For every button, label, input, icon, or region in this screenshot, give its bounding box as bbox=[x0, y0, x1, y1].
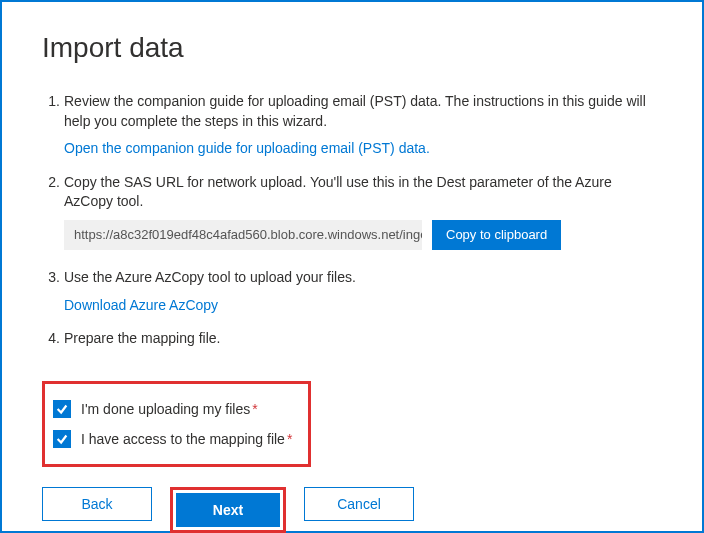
import-data-dialog: Import data 1. Review the companion guid… bbox=[0, 0, 704, 533]
step-3-desc: Use the Azure AzCopy tool to upload your… bbox=[64, 268, 662, 288]
check-icon bbox=[55, 432, 69, 446]
checkbox-row-mapping-access: I have access to the mapping file* bbox=[53, 424, 292, 454]
step-1-desc: Review the companion guide for uploading… bbox=[64, 92, 662, 131]
step-2: 2. Copy the SAS URL for network upload. … bbox=[42, 173, 662, 254]
done-uploading-checkbox[interactable] bbox=[53, 400, 71, 418]
page-title: Import data bbox=[42, 32, 662, 64]
next-button[interactable]: Next bbox=[176, 493, 280, 527]
back-button[interactable]: Back bbox=[42, 487, 152, 521]
steps-list: 1. Review the companion guide for upload… bbox=[42, 92, 662, 357]
step-1-num: 1. bbox=[42, 92, 60, 159]
step-4-num: 4. bbox=[42, 329, 60, 357]
step-2-num: 2. bbox=[42, 173, 60, 254]
done-uploading-label: I'm done uploading my files* bbox=[81, 401, 258, 417]
step-3-num: 3. bbox=[42, 268, 60, 315]
check-icon bbox=[55, 402, 69, 416]
sas-url-input[interactable]: https://a8c32f019edf48c4afad560.blob.cor… bbox=[64, 220, 422, 250]
download-azcopy-link[interactable]: Download Azure AzCopy bbox=[64, 297, 218, 313]
dialog-buttons: Back Next Cancel bbox=[42, 487, 662, 533]
checkbox-row-done-uploading: I'm done uploading my files* bbox=[53, 394, 292, 424]
step-3: 3. Use the Azure AzCopy tool to upload y… bbox=[42, 268, 662, 315]
mapping-access-label: I have access to the mapping file* bbox=[81, 431, 292, 447]
step-2-desc: Copy the SAS URL for network upload. You… bbox=[64, 173, 662, 212]
confirmation-checkboxes: I'm done uploading my files* I have acce… bbox=[42, 381, 311, 467]
cancel-button[interactable]: Cancel bbox=[304, 487, 414, 521]
mapping-access-checkbox[interactable] bbox=[53, 430, 71, 448]
step-4-desc: Prepare the mapping file. bbox=[64, 329, 662, 349]
next-button-highlight: Next bbox=[170, 487, 286, 533]
step-4: 4. Prepare the mapping file. bbox=[42, 329, 662, 357]
step-1: 1. Review the companion guide for upload… bbox=[42, 92, 662, 159]
copy-to-clipboard-button[interactable]: Copy to clipboard bbox=[432, 220, 561, 250]
open-companion-guide-link[interactable]: Open the companion guide for uploading e… bbox=[64, 140, 430, 156]
